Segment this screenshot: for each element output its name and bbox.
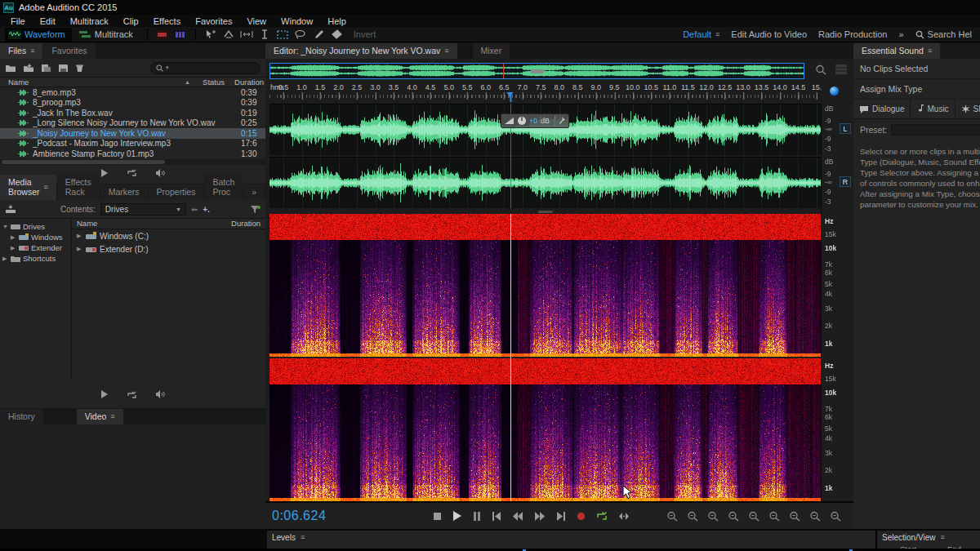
zoom-full-button[interactable] <box>830 511 842 522</box>
invert-button[interactable]: Invert <box>347 29 383 39</box>
gain-hud[interactable]: +0 dB <box>501 113 569 128</box>
panel-menu-icon[interactable]: ≡ <box>940 534 944 541</box>
zoom-out-point-button[interactable] <box>789 511 801 522</box>
pin-icon[interactable] <box>559 117 565 125</box>
file-row[interactable]: _Jack In The Box.wav0:19 <box>0 108 265 118</box>
mb-add-shortcut-icon[interactable]: +. <box>203 205 210 214</box>
tab-essential-sound[interactable]: Essential Sound≡ <box>853 43 940 59</box>
timeline-ruler[interactable]: hms 0.51.01.52.02.53.03.54.04.55.05.56.0… <box>265 82 853 103</box>
workspace-radio-production[interactable]: Radio Production <box>818 29 887 39</box>
zoom-reset-button[interactable] <box>748 511 760 522</box>
move-tool[interactable] <box>203 29 218 41</box>
auto-play-speaker-icon[interactable] <box>155 390 166 398</box>
playhead-caret[interactable] <box>507 92 514 102</box>
mb-item-windows-c[interactable]: ▶Windows (C:) <box>72 229 265 242</box>
spectral-display-toggle[interactable] <box>173 29 188 41</box>
record-button[interactable] <box>577 512 586 521</box>
mix-type-dialogue-button[interactable]: Dialogue <box>853 100 911 118</box>
tab-history[interactable]: History <box>0 409 43 424</box>
play-button[interactable] <box>452 511 462 521</box>
import-file-icon[interactable] <box>23 64 34 73</box>
workspace-overflow-chevron[interactable]: » <box>898 29 903 39</box>
tab-favorites[interactable]: Favorites <box>43 43 95 59</box>
tree-item-shortcuts[interactable]: ▶Shortcuts <box>0 253 71 264</box>
menu-effects[interactable]: Effects <box>146 16 188 26</box>
menu-favorites[interactable]: Favorites <box>188 16 239 26</box>
preview-loop-button[interactable] <box>127 390 137 399</box>
zoom-selection-button[interactable] <box>809 511 822 522</box>
spectral-left-channel[interactable] <box>270 214 821 357</box>
skip-to-end-button[interactable] <box>556 512 566 521</box>
file-row[interactable]: _Podcast - Maxim Jago Interview.mp317:6 <box>0 139 265 149</box>
multitrack-view-button[interactable]: Multitrack <box>75 28 140 42</box>
paintbrush-selection-tool[interactable] <box>311 29 326 41</box>
zoom-in-full-button[interactable] <box>707 511 719 522</box>
tree-item-extender[interactable]: ▶Extender <box>0 242 71 253</box>
preview-play-button[interactable] <box>100 390 109 398</box>
tab-effects-rack[interactable]: Effects Rack <box>57 175 100 200</box>
mix-type-sfx-button[interactable]: SFX <box>956 100 980 118</box>
selection-view-title[interactable]: Selection/View <box>882 533 935 542</box>
files-hscrollbar[interactable] <box>0 159 265 165</box>
grid-view-icon[interactable] <box>835 64 847 74</box>
workspace-selector[interactable]: Default≡ <box>683 29 719 39</box>
preview-play-button[interactable] <box>100 169 109 177</box>
spot-healing-brush-tool[interactable] <box>329 29 344 41</box>
zoom-in-button[interactable] <box>666 511 679 522</box>
stop-button[interactable] <box>433 512 442 521</box>
waveform-display-toggle[interactable] <box>155 29 170 41</box>
tab-markers[interactable]: Markers <box>100 184 148 200</box>
auto-play-speaker-icon[interactable] <box>155 169 166 177</box>
delete-icon[interactable] <box>75 64 84 73</box>
files-column-headers[interactable]: Name ▲ Status Duration <box>0 77 265 87</box>
gain-knob-icon[interactable] <box>517 116 526 126</box>
tab-video[interactable]: Video≡ <box>77 409 123 424</box>
contents-dropdown[interactable]: Drives▼ <box>100 203 186 216</box>
overview-grip-handle[interactable] <box>531 69 544 73</box>
mb-back-icon[interactable]: ⬅ <box>191 205 198 214</box>
skip-to-start-button[interactable] <box>492 512 501 521</box>
mb-item-extender-d[interactable]: ▶Extender (D:) <box>72 242 265 256</box>
mix-type-music-button[interactable]: Music <box>911 100 955 118</box>
pause-button[interactable] <box>473 512 481 521</box>
preset-input[interactable] <box>891 124 980 136</box>
panel-menu-icon[interactable]: ≡ <box>301 534 305 541</box>
panel-menu-icon[interactable]: ≡ <box>30 47 34 55</box>
levels-title[interactable]: Levels <box>272 533 296 542</box>
spectral-right-channel[interactable] <box>270 358 821 501</box>
tab-properties[interactable]: Properties <box>149 184 204 200</box>
file-row[interactable]: Ambience Stamp Factory 01.mp31:30 <box>0 149 265 159</box>
tab-mixer[interactable]: Mixer <box>473 43 510 59</box>
menu-help[interactable]: Help <box>320 16 354 26</box>
menu-file[interactable]: File <box>3 16 33 26</box>
file-row[interactable]: _Long Silence Noisy Journey to New York … <box>0 118 265 129</box>
slip-tool[interactable] <box>221 29 236 41</box>
tree-item-windows[interactable]: ▶Windows <box>0 232 71 242</box>
waveform-view-button[interactable]: Waveform <box>5 28 72 42</box>
menu-view[interactable]: View <box>239 16 274 26</box>
zoom-in-point-button[interactable] <box>768 511 781 522</box>
preview-loop-button[interactable] <box>127 168 137 177</box>
new-file-icon[interactable] <box>41 64 51 73</box>
search-help[interactable]: Search Hel <box>915 29 972 39</box>
zoom-reset-icon[interactable] <box>815 64 827 75</box>
file-row[interactable]: _Noisy Journey to New York VO.wav0:15 <box>0 128 265 139</box>
zoom-out-button[interactable] <box>687 511 699 522</box>
file-row[interactable]: 8_emo.mp30:39 <box>0 87 265 98</box>
lasso-selection-tool[interactable] <box>293 29 308 41</box>
fast-forward-button[interactable] <box>534 512 546 521</box>
tab-batch-proc[interactable]: Batch Proc <box>204 175 243 200</box>
skip-selection-button[interactable] <box>618 512 630 521</box>
zoom-navigator-icon[interactable] <box>830 87 839 96</box>
razor-tool[interactable] <box>239 29 254 41</box>
files-search-input[interactable]: ▾ <box>150 62 261 74</box>
file-row[interactable]: 8_proog.mp30:39 <box>0 98 265 109</box>
menu-edit[interactable]: Edit <box>33 16 63 26</box>
overview-navigation-bar[interactable] <box>270 63 804 79</box>
time-display[interactable]: 0:06.624 <box>265 509 363 523</box>
menu-clip[interactable]: Clip <box>116 16 146 26</box>
save-icon[interactable] <box>58 64 69 73</box>
open-file-icon[interactable] <box>5 64 16 73</box>
loop-playback-button[interactable] <box>596 511 608 521</box>
rewind-button[interactable] <box>512 512 523 521</box>
